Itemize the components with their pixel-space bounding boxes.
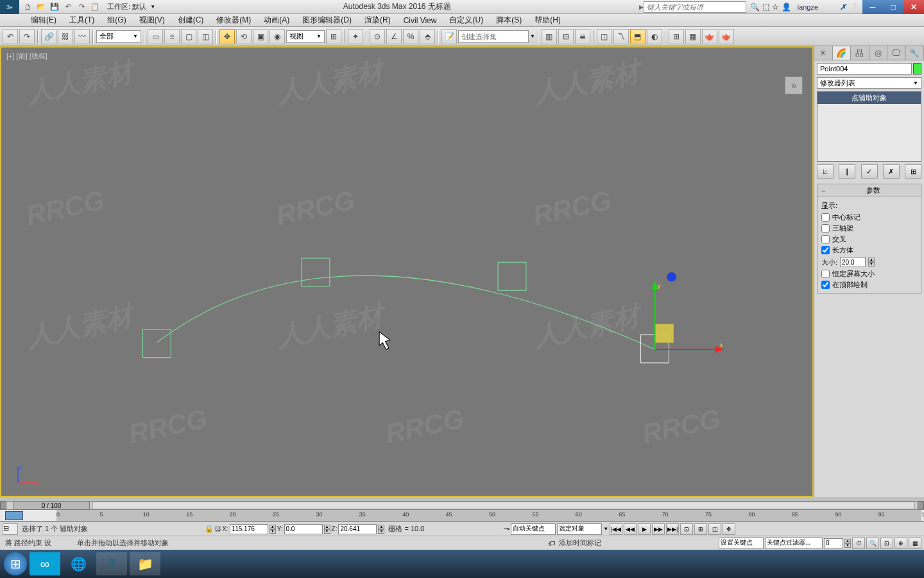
modify-tab[interactable]: 🌈	[833, 46, 851, 60]
configure-sets-button[interactable]: ⊞	[905, 164, 921, 179]
select-scale-button[interactable]: ▣	[253, 29, 268, 44]
menu-customize[interactable]: 自定义(U)	[443, 13, 490, 27]
curve-editor-button[interactable]: 〽	[613, 29, 629, 44]
layer-button[interactable]: ≣	[575, 29, 590, 44]
workspace-label[interactable]: 工作区: 默认	[103, 2, 150, 12]
link-button[interactable]: 🔗	[41, 29, 56, 44]
object-name-input[interactable]	[817, 63, 912, 74]
render-prod-button[interactable]: 🫖	[719, 29, 734, 44]
menu-edit[interactable]: 编辑(E)	[24, 13, 63, 27]
window-minimize-button[interactable]: ─	[862, 0, 883, 14]
open-file-icon[interactable]: 📂	[35, 2, 47, 12]
modifier-stack-item[interactable]: 点辅助对象	[817, 92, 921, 104]
z-coord-input[interactable]	[338, 524, 377, 534]
nav-zoom-button[interactable]: 🔍	[866, 538, 879, 549]
size-spinner[interactable]: ▲▼	[868, 258, 875, 267]
window-maximize-button[interactable]: □	[883, 0, 903, 14]
motion-tab[interactable]: ◎	[869, 46, 888, 60]
selection-filter-dropdown[interactable]: 全部▼	[96, 30, 141, 43]
redo-button[interactable]: ↷	[19, 29, 35, 44]
rendered-frame-button[interactable]: ▦	[685, 29, 701, 44]
constant-screen-size-checkbox[interactable]: 恒定屏幕大小	[821, 268, 917, 279]
goto-end-button[interactable]: ▶▶|	[666, 523, 679, 535]
window-crossing-button[interactable]: ◫	[198, 29, 213, 44]
render-setup-button[interactable]: ⊞	[669, 29, 684, 44]
use-center-button[interactable]: ⊞	[326, 29, 341, 44]
menu-help[interactable]: 帮助(H)	[528, 13, 567, 27]
create-tab[interactable]: ✳	[814, 46, 833, 60]
z-spinner[interactable]: ▲▼	[378, 525, 384, 534]
key-mode-icon[interactable]: ⊸	[504, 525, 509, 533]
undo-button[interactable]: ↶	[3, 29, 18, 44]
chrome-icon[interactable]: 🌐	[63, 552, 94, 575]
select-object-button[interactable]: ▭	[148, 29, 163, 44]
unlink-button[interactable]: ⛓	[58, 29, 73, 44]
selection-set-input[interactable]	[458, 30, 529, 43]
explorer-taskbar-icon[interactable]: 📁	[130, 552, 160, 575]
schematic-view-button[interactable]: ⬒	[630, 29, 646, 44]
menu-animation[interactable]: 动画(A)	[257, 13, 296, 27]
binoculars-icon[interactable]: 🔍	[750, 3, 760, 12]
menu-rendering[interactable]: 渲染(R)	[358, 13, 397, 27]
help-icon[interactable]: ❔	[849, 3, 859, 12]
username-label[interactable]: langze	[794, 3, 822, 11]
toggle-ribbon-button[interactable]: ◫	[597, 29, 612, 44]
menu-group[interactable]: 组(G)	[101, 13, 132, 27]
modifier-stack[interactable]: 点辅助对象	[817, 91, 921, 162]
menu-tools[interactable]: 工具(T)	[63, 13, 101, 27]
menu-views[interactable]: 视图(V)	[133, 13, 171, 27]
mirror-button[interactable]: ▥	[542, 29, 557, 44]
key-target-dropdown[interactable]: 选定对象	[557, 523, 602, 535]
time-ruler[interactable]: 0510152025303540455055606570758085909510…	[0, 510, 924, 521]
render-button[interactable]: 🫖	[702, 29, 717, 44]
bind-spacewarp-button[interactable]: 〰	[74, 29, 90, 44]
nav-orbit-button[interactable]: ⊕	[894, 538, 907, 549]
taskbar-app-1[interactable]: ∞	[30, 552, 60, 575]
menu-civil-view[interactable]: Civil View	[397, 15, 443, 26]
hierarchy-tab[interactable]: 品	[851, 46, 869, 60]
menu-maxscript[interactable]: 脚本(S)	[490, 13, 528, 27]
start-button[interactable]: ⊞	[4, 552, 27, 575]
star-icon[interactable]: ☆	[772, 3, 779, 12]
new-file-icon[interactable]: 🗋	[22, 2, 33, 12]
x-coord-input[interactable]	[230, 524, 268, 534]
isolate-icon[interactable]: ⊡	[215, 525, 221, 533]
frame-spinner[interactable]: ▲▼	[844, 539, 851, 548]
y-spinner[interactable]: ▲▼	[324, 525, 330, 534]
goto-start-button[interactable]: |◀◀	[610, 523, 622, 535]
key-filters-button[interactable]: 关键点过滤器...	[765, 538, 823, 549]
select-region-button[interactable]: ▢	[181, 29, 196, 44]
set-key-button[interactable]: 设置关键点	[719, 538, 764, 549]
3dsmax-taskbar-icon[interactable]: 3	[96, 552, 127, 575]
rollout-header[interactable]: − 参数	[817, 184, 921, 197]
x-spinner[interactable]: ▲▼	[270, 525, 276, 534]
utilities-tab[interactable]: 🔧	[906, 46, 925, 60]
select-place-button[interactable]: ◉	[270, 29, 285, 44]
menu-modifiers[interactable]: 修改器(M)	[210, 13, 257, 27]
save-file-icon[interactable]: 💾	[49, 2, 60, 12]
timeline-scroll-right[interactable]	[918, 502, 924, 509]
draw-on-top-checkbox[interactable]: 在顶部绘制	[821, 279, 917, 290]
fov-button[interactable]: ◫	[708, 523, 721, 535]
select-by-name-button[interactable]: ≡	[164, 29, 180, 44]
lock-icon[interactable]: 🔒	[205, 525, 214, 533]
box-checkbox[interactable]: 长方体	[821, 245, 917, 256]
modifier-list-dropdown[interactable]: 修改器列表▼	[817, 77, 921, 89]
timeline-scroll-left[interactable]	[0, 502, 6, 509]
size-input[interactable]	[840, 257, 866, 267]
timeline-scrollbar[interactable]	[92, 502, 915, 509]
select-move-button[interactable]: ✥	[219, 29, 235, 44]
display-tab[interactable]: 🖵	[887, 46, 906, 60]
time-config-button[interactable]: ⏱	[852, 538, 865, 549]
material-editor-button[interactable]: ◐	[647, 29, 662, 44]
object-color-swatch[interactable]	[913, 63, 921, 74]
add-time-tag[interactable]: 添加时间标记	[556, 538, 604, 548]
select-rotate-button[interactable]: ⟲	[236, 29, 252, 44]
redo-icon[interactable]: ↷	[76, 2, 87, 12]
undo-icon[interactable]: ↶	[62, 2, 74, 12]
zoom-all-button[interactable]: ⊞	[694, 523, 707, 535]
auto-key-button[interactable]: 自动关键点	[511, 523, 556, 535]
search-input[interactable]	[644, 1, 746, 13]
pan-button[interactable]: ✥	[723, 523, 735, 535]
manipulate-button[interactable]: ✦	[348, 29, 363, 44]
